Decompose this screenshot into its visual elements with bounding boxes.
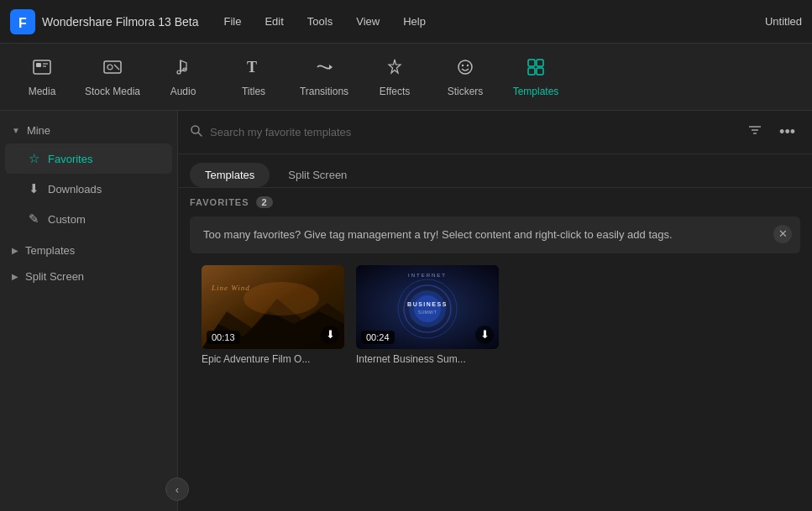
svg-point-15 xyxy=(467,64,469,65)
banner-close-button[interactable]: ✕ xyxy=(773,225,792,243)
stickers-icon xyxy=(455,57,475,81)
toolbar-templates-label: Templates xyxy=(513,86,559,97)
svg-rect-3 xyxy=(36,63,41,67)
svg-point-14 xyxy=(462,64,464,65)
svg-point-7 xyxy=(107,65,113,70)
card1-thumbnail: Line Wind 00:13 ⬇ xyxy=(202,265,344,349)
more-options-button[interactable]: ••• xyxy=(774,120,800,144)
svg-point-8 xyxy=(177,70,181,74)
content-topbar: ••• xyxy=(178,111,812,154)
menubar: File Edit Tools View Help xyxy=(214,10,436,33)
svg-point-34 xyxy=(414,295,441,322)
svg-rect-18 xyxy=(528,68,535,75)
sidebar-item-favorites[interactable]: ☆ Favorites xyxy=(5,143,172,174)
card1-duration: 00:13 xyxy=(207,331,240,344)
toolbar-templates[interactable]: Templates xyxy=(502,48,569,107)
tab-split-screen[interactable]: Split Screen xyxy=(273,163,362,187)
svg-line-21 xyxy=(198,133,202,136)
card1-title: Epic Adventure Film O... xyxy=(202,353,344,365)
card2-duration: 00:24 xyxy=(361,331,395,344)
search-icon xyxy=(190,124,203,140)
sidebar-collapse-button[interactable]: ‹ xyxy=(165,477,189,501)
menu-edit[interactable]: Edit xyxy=(254,10,293,33)
sidebar-custom-label: Custom xyxy=(48,213,86,226)
card2-title: Internet Business Sum... xyxy=(356,353,499,365)
menu-view[interactable]: View xyxy=(346,10,390,33)
toolbar: Media Stock Media Audio T Titles Transit… xyxy=(0,44,812,111)
svg-rect-19 xyxy=(537,68,543,75)
svg-text:SUMMIT: SUMMIT xyxy=(418,310,437,315)
toolbar-stock-label: Stock Media xyxy=(85,86,140,97)
effects-icon xyxy=(385,57,405,81)
favorites-label: FAVORITES xyxy=(190,197,249,207)
toolbar-transitions-label: Transitions xyxy=(300,86,348,97)
media-icon xyxy=(32,57,52,81)
app-title: Wondershare Filmora 13 Beta xyxy=(42,15,199,29)
splitscreen-arrow: ▶ xyxy=(12,272,18,281)
template-card-2[interactable]: BUSINESS SUMMIT INTERNET 00:24 ⬇ Interne… xyxy=(356,265,499,365)
svg-text:Line Wind: Line Wind xyxy=(211,284,250,292)
toolbar-titles[interactable]: T Titles xyxy=(220,48,287,107)
favorites-count-badge: 2 xyxy=(256,196,273,208)
svg-text:T: T xyxy=(247,59,257,76)
sidebar-templates-section[interactable]: ▶ Templates xyxy=(0,237,177,263)
svg-marker-11 xyxy=(329,65,333,70)
content-area: ••• Templates Split Screen FAVORITES 2 T… xyxy=(178,111,812,511)
filter-button[interactable] xyxy=(742,119,767,145)
app-logo: F xyxy=(10,9,35,34)
toolbar-stickers-label: Stickers xyxy=(448,86,484,97)
svg-point-13 xyxy=(458,60,472,74)
search-input[interactable] xyxy=(210,126,736,138)
sidebar-downloads-label: Downloads xyxy=(48,183,102,196)
tab-templates[interactable]: Templates xyxy=(190,163,270,187)
card2-thumbnail: BUSINESS SUMMIT INTERNET 00:24 ⬇ xyxy=(356,265,499,349)
svg-text:F: F xyxy=(18,16,27,30)
template-grid: Line Wind 00:13 ⬇ Epic Adventure Film O.… xyxy=(190,265,800,365)
svg-text:BUSINESS: BUSINESS xyxy=(407,301,448,307)
toolbar-transitions[interactable]: Transitions xyxy=(291,48,358,107)
sidebar-item-downloads[interactable]: ⬇ Downloads xyxy=(5,174,172,204)
svg-rect-2 xyxy=(34,60,50,74)
toolbar-stickers[interactable]: Stickers xyxy=(432,48,499,107)
toolbar-audio[interactable]: Audio xyxy=(149,48,217,107)
card2-download-icon[interactable]: ⬇ xyxy=(475,326,494,344)
svg-rect-17 xyxy=(537,60,543,66)
toolbar-effects-label: Effects xyxy=(380,86,410,97)
toolbar-titles-label: Titles xyxy=(242,86,265,97)
menu-tools[interactable]: Tools xyxy=(297,10,343,33)
collapse-icon: ‹ xyxy=(175,483,179,496)
toolbar-effects[interactable]: Effects xyxy=(361,48,428,107)
svg-marker-12 xyxy=(389,60,401,73)
toolbar-stock-media[interactable]: Stock Media xyxy=(79,48,146,107)
card1-download-icon[interactable]: ⬇ xyxy=(321,326,339,344)
tabs-row: Templates Split Screen xyxy=(178,154,812,188)
titles-icon: T xyxy=(244,57,264,81)
menu-help[interactable]: Help xyxy=(393,10,436,33)
sidebar-templates-label: Templates xyxy=(25,244,75,257)
toolbar-media[interactable]: Media xyxy=(8,48,76,107)
favorites-icon: ☆ xyxy=(29,151,39,166)
window-title: Untitled xyxy=(765,15,802,28)
svg-point-28 xyxy=(244,282,319,315)
favorites-section: FAVORITES 2 Too many favorites? Give tag… xyxy=(178,188,812,373)
svg-rect-16 xyxy=(528,60,535,66)
menu-file[interactable]: File xyxy=(214,10,252,33)
info-banner: Too many favorites? Give tag management … xyxy=(190,216,800,253)
svg-text:INTERNET: INTERNET xyxy=(408,273,447,278)
banner-text: Too many favorites? Give tag management … xyxy=(203,228,673,241)
custom-icon: ✎ xyxy=(29,211,39,227)
audio-icon xyxy=(173,57,193,81)
sidebar-favorites-label: Favorites xyxy=(48,153,92,165)
transitions-icon xyxy=(314,57,334,81)
sidebar-splitscreen-label: Split Screen xyxy=(25,270,84,283)
sidebar-splitscreen-section[interactable]: ▶ Split Screen xyxy=(0,263,177,289)
sidebar-mine-section[interactable]: ▼ Mine xyxy=(0,117,177,143)
templates-icon xyxy=(526,57,546,81)
favorites-header: FAVORITES 2 xyxy=(190,196,800,208)
sidebar-mine-label: Mine xyxy=(27,124,50,137)
sidebar-item-custom[interactable]: ✎ Custom xyxy=(5,204,172,234)
template-card-1[interactable]: Line Wind 00:13 ⬇ Epic Adventure Film O.… xyxy=(202,265,344,365)
toolbar-media-label: Media xyxy=(29,86,56,97)
stock-media-icon xyxy=(102,57,123,81)
toolbar-audio-label: Audio xyxy=(170,86,196,97)
